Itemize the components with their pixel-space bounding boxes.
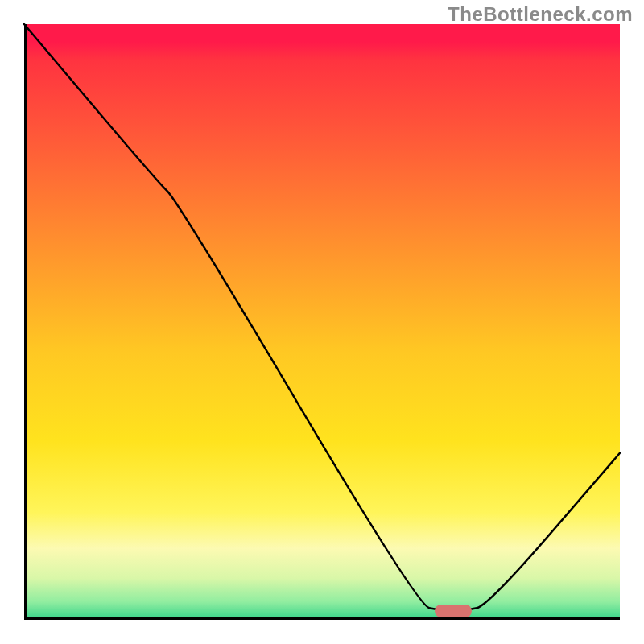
bottleneck-curve <box>24 24 620 620</box>
optimal-marker <box>435 605 472 617</box>
chart-stage: TheBottleneck.com <box>0 0 644 644</box>
watermark-label: TheBottleneck.com <box>448 3 633 26</box>
plot-area <box>24 24 620 620</box>
curve-path <box>24 24 620 611</box>
